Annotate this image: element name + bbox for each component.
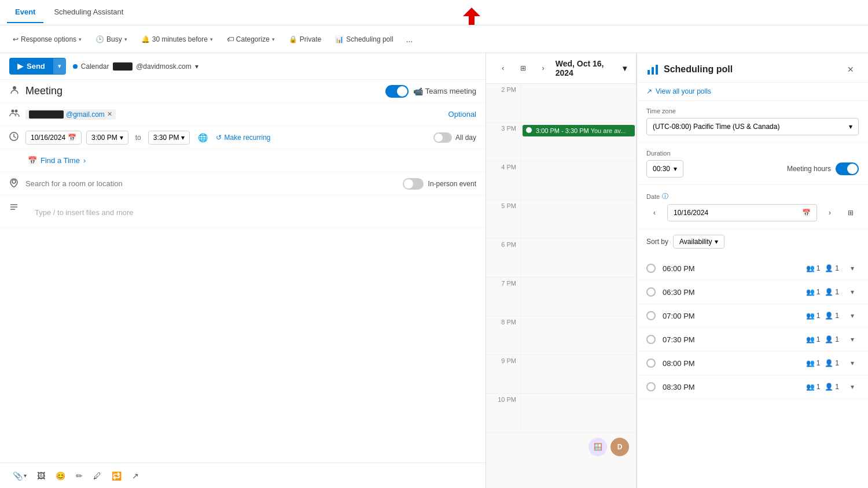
scheduling-poll-button[interactable]: 📊 Scheduling poll bbox=[329, 32, 399, 46]
time-cell-2pm bbox=[521, 84, 636, 122]
date-prev-button[interactable]: ‹ bbox=[646, 205, 663, 221]
emoji-button[interactable]: 😊 bbox=[52, 469, 69, 483]
attendee-remove-button[interactable]: ✕ bbox=[107, 110, 112, 118]
date-grid-button[interactable]: ⊞ bbox=[843, 205, 859, 221]
attach-file-button[interactable]: 📎 ▾ bbox=[9, 469, 30, 483]
more-options-button[interactable]: ... bbox=[402, 32, 418, 47]
cal-next-button[interactable]: › bbox=[535, 60, 551, 76]
redacted-name bbox=[113, 62, 133, 71]
timezone-icon[interactable]: 🌐 bbox=[198, 133, 208, 142]
time-cell-9pm bbox=[521, 355, 636, 393]
busy-icon: 🕒 bbox=[95, 35, 104, 43]
send-dropdown-button[interactable]: ▾ bbox=[53, 58, 66, 74]
slot-expand-2[interactable]: ▾ bbox=[846, 286, 859, 298]
draw-button[interactable]: ✏ bbox=[72, 469, 86, 483]
slot-radio-2[interactable] bbox=[646, 287, 656, 297]
private-button[interactable]: 🔒 Private bbox=[283, 32, 327, 46]
calendar-dropdown-icon[interactable]: ▾ bbox=[195, 62, 198, 71]
cal-date-title[interactable]: Wed, Oct 16, 2024 ▾ bbox=[556, 59, 627, 77]
meeting-hours-toggle-switch[interactable] bbox=[836, 162, 859, 175]
loop-button[interactable]: 🔁 bbox=[108, 469, 125, 483]
meeting-title-input[interactable] bbox=[25, 85, 381, 97]
slot-expand-6[interactable]: ▾ bbox=[846, 380, 859, 393]
loop-icon: 🔁 bbox=[112, 471, 122, 480]
slot-expand-5[interactable]: ▾ bbox=[846, 357, 859, 369]
svg-rect-10 bbox=[652, 67, 654, 75]
reminder-button[interactable]: 🔔 30 minutes before ▾ bbox=[135, 32, 219, 46]
optional-link[interactable]: Optional bbox=[448, 110, 476, 119]
meeting-icon bbox=[9, 85, 21, 97]
find-time-button[interactable]: 📅 Find a Time › bbox=[28, 154, 86, 167]
send-button[interactable]: ▶ Send bbox=[9, 58, 53, 75]
slot-radio-4[interactable] bbox=[646, 335, 656, 344]
format-button[interactable]: 🖊 bbox=[90, 469, 105, 483]
poll-close-button[interactable]: ✕ bbox=[843, 61, 859, 77]
meeting-title-row: 📹 Teams meeting bbox=[0, 80, 486, 103]
calendar-header: ‹ ⊞ › Wed, Oct 16, 2024 ▾ bbox=[486, 53, 636, 84]
date-input-field[interactable]: 10/16/2024 📅 bbox=[667, 204, 817, 221]
tab-event[interactable]: Event bbox=[7, 2, 43, 23]
export-button[interactable]: ↗ bbox=[128, 469, 142, 483]
attendees-icon bbox=[9, 108, 21, 120]
composer-panel: ▶ Send ▾ Calendar @davidmosk.com ▾ bbox=[0, 53, 486, 488]
teams-toggle-switch[interactable] bbox=[385, 85, 409, 98]
green-user-icon-5: 👥 bbox=[806, 359, 815, 367]
in-person-toggle-switch[interactable] bbox=[403, 178, 424, 190]
calendar-dot bbox=[73, 64, 78, 69]
teams-video-icon: 📹 bbox=[413, 87, 423, 96]
in-person-toggle: In-person event bbox=[403, 178, 476, 190]
event-block-3pm[interactable]: 3:00 PM - 3:30 PM You are av... bbox=[523, 125, 635, 136]
list-item: 07:00 PM 👥 1 👤 1 ▾ bbox=[637, 304, 868, 328]
date-input[interactable]: 10/16/2024 📅 bbox=[25, 131, 82, 145]
slot-expand-4[interactable]: ▾ bbox=[846, 333, 859, 346]
slot-expand-3[interactable]: ▾ bbox=[846, 309, 859, 322]
time-cell-3pm: 3:00 PM - 3:30 PM You are av... bbox=[521, 123, 636, 161]
start-time-select[interactable]: 3:00 PM ▾ bbox=[86, 131, 128, 145]
meeting-hours-label: Meeting hours bbox=[787, 165, 831, 173]
make-recurring-button[interactable]: ↺ Make recurring bbox=[216, 134, 270, 142]
slot-expand-1[interactable]: ▾ bbox=[846, 262, 859, 275]
slot-radio-3[interactable] bbox=[646, 311, 656, 320]
end-time-select[interactable]: 3:30 PM ▾ bbox=[148, 131, 190, 145]
categorize-button[interactable]: 🏷 Categorize ▾ bbox=[221, 32, 281, 46]
cal-prev-button[interactable]: ‹ bbox=[495, 60, 511, 76]
sort-label: Sort by bbox=[646, 238, 668, 246]
poll-toolbar-icon: 📊 bbox=[335, 35, 344, 43]
view-polls-link[interactable]: ↗ View all your polls bbox=[637, 83, 868, 101]
location-input[interactable] bbox=[25, 179, 398, 188]
slot-users-2: 👥 1 👤 1 bbox=[806, 288, 839, 296]
attach-chevron: ▾ bbox=[24, 472, 27, 479]
timezone-select[interactable]: (UTC-08:00) Pacific Time (US & Canada) ▾ bbox=[646, 118, 859, 135]
green-user-count-5: 👥 1 bbox=[806, 359, 821, 367]
calendar-panel: ‹ ⊞ › Wed, Oct 16, 2024 ▾ 2 PM 3 PM 3:00… bbox=[486, 53, 637, 488]
time-slot-6pm: 6 PM bbox=[486, 239, 636, 278]
body-editor[interactable]: Type / to insert files and more bbox=[25, 201, 476, 224]
date-next-button[interactable]: › bbox=[822, 205, 838, 221]
busy-button[interactable]: 🕒 Busy ▾ bbox=[90, 32, 133, 46]
time-cell-8pm bbox=[521, 316, 636, 354]
time-cell-10pm bbox=[521, 394, 636, 432]
slot-radio-1[interactable] bbox=[646, 264, 656, 273]
tab-scheduling-assistant[interactable]: Scheduling Assistant bbox=[46, 2, 131, 23]
avatar-1: 🪟 bbox=[589, 438, 607, 456]
response-options-button[interactable]: ↩ Response options ▾ bbox=[7, 32, 87, 46]
response-options-chevron: ▾ bbox=[79, 36, 82, 42]
timezone-section: Time zone (UTC-08:00) Pacific Time (US &… bbox=[637, 101, 868, 143]
allday-toggle-switch[interactable] bbox=[433, 132, 452, 143]
duration-select[interactable]: 00:30 ▾ bbox=[646, 160, 683, 178]
event-dot bbox=[526, 127, 532, 133]
body-icon bbox=[9, 201, 21, 213]
calendar-body[interactable]: 2 PM 3 PM 3:00 PM - 3:30 PM You are av..… bbox=[486, 84, 636, 488]
gray-user-count-6: 👤 1 bbox=[825, 383, 839, 391]
top-nav: Event Scheduling Assistant bbox=[0, 0, 868, 25]
slot-users-1: 👥 1 👤 1 bbox=[806, 264, 839, 272]
insert-image-button[interactable]: 🖼 bbox=[34, 469, 49, 483]
svg-point-2 bbox=[12, 110, 14, 113]
green-user-icon-4: 👥 bbox=[806, 335, 815, 343]
cal-grid-button[interactable]: ⊞ bbox=[516, 60, 531, 76]
calendar-indicator: Calendar @davidmosk.com ▾ bbox=[73, 62, 198, 71]
sort-select[interactable]: Availability ▾ bbox=[673, 235, 724, 249]
slot-radio-5[interactable] bbox=[646, 358, 656, 368]
time-label-2pm: 2 PM bbox=[486, 84, 521, 95]
slot-radio-6[interactable] bbox=[646, 382, 656, 391]
